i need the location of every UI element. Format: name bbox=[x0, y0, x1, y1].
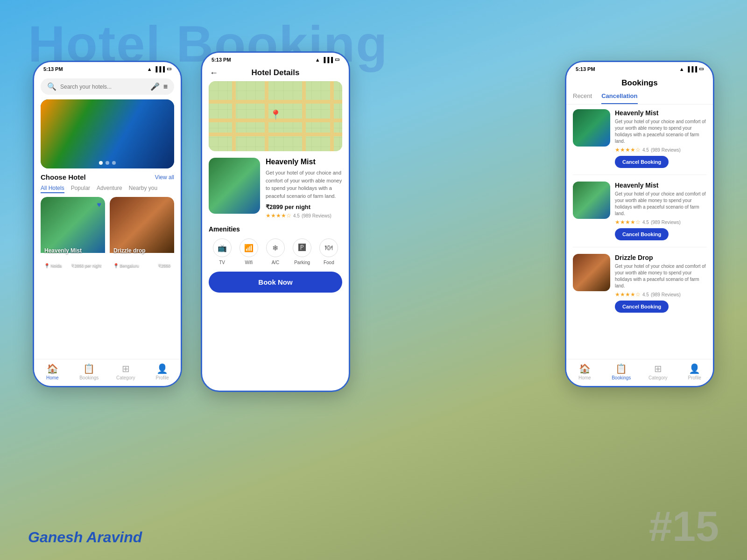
rating-value-detail: 4.5 bbox=[293, 213, 300, 218]
status-bar-detail: 5:13 PM ▲ ▐▐▐ ▭ bbox=[202, 53, 349, 64]
phone-bookings: 5:13 PM ▲ ▐▐▐ ▭ Bookings Recent Cancella… bbox=[565, 61, 714, 387]
wifi-icon-bookings: ▲ bbox=[679, 66, 684, 72]
profile-icon-b: 👤 bbox=[689, 363, 700, 374]
amenity-tv: 📺 TV bbox=[213, 238, 232, 265]
hero-banner bbox=[41, 99, 174, 168]
favorite-icon-1[interactable]: ♥ bbox=[97, 201, 102, 209]
booking-info-1: Heavenly Mist Get your hotel of your cho… bbox=[615, 109, 706, 153]
stars-2: ★★★★☆ bbox=[615, 219, 641, 225]
filter-icon[interactable]: ≡ bbox=[163, 83, 168, 91]
hotel-card-meta-2: 📍 Bengaluru ₹2550 bbox=[113, 263, 170, 268]
booking-info-3: Drizzle Drop Get your hotel of your choi… bbox=[615, 254, 706, 298]
home-icon-b: 🏠 bbox=[579, 363, 591, 374]
divider-1 bbox=[573, 175, 706, 175]
bookings-icon-b: 📋 bbox=[615, 363, 627, 374]
nav-home-label-b: Home bbox=[578, 375, 591, 380]
booking-desc-3: Get your hotel of your choice and comfor… bbox=[615, 263, 706, 289]
hotel-card-img-2 bbox=[110, 197, 174, 253]
tab-recent[interactable]: Recent bbox=[573, 92, 592, 104]
amenity-parking: 🅿 Parking bbox=[293, 238, 311, 265]
nav-category-b[interactable]: ⊞ Category bbox=[640, 363, 677, 380]
map-view[interactable]: 📍 bbox=[209, 81, 342, 151]
search-bar[interactable]: 🔍 🎤 ≡ bbox=[41, 78, 174, 95]
booking-rating-2: ★★★★☆ 4.5 (989 Reviews) bbox=[615, 219, 706, 225]
hotel-thumbnail bbox=[209, 158, 260, 214]
cancel-booking-btn-1[interactable]: Cancel Booking bbox=[615, 156, 669, 168]
section-header: Choose Hotel View all bbox=[34, 168, 181, 183]
back-button[interactable]: ← bbox=[210, 68, 218, 78]
nav-bookings[interactable]: 📋 Bookings bbox=[71, 363, 108, 380]
stars-1: ★★★★☆ bbox=[615, 147, 641, 153]
battery-icon-bookings: ▭ bbox=[699, 66, 704, 72]
status-icons-bookings: ▲ ▐▐▐ ▭ bbox=[679, 66, 704, 72]
nav-profile-label-b: Profile bbox=[688, 375, 701, 380]
hotel-card-1[interactable]: ♥ Heavenly Mist 📍 Noida ₹2850 per night bbox=[41, 197, 105, 272]
view-all-link[interactable]: View all bbox=[155, 174, 174, 181]
search-input[interactable] bbox=[60, 84, 147, 90]
nav-home[interactable]: 🏠 Home bbox=[34, 363, 71, 380]
tab-cancellation[interactable]: Cancellation bbox=[601, 92, 637, 104]
booking-name-2: Heavenly Mist bbox=[615, 182, 706, 189]
dot-1 bbox=[99, 161, 103, 165]
home-icon: 🏠 bbox=[47, 363, 58, 374]
booking-info-2: Heavenly Mist Get your hotel of your cho… bbox=[615, 182, 706, 225]
phone-detail: 5:13 PM ▲ ▐▐▐ ▭ ← Hotel Details 📍 bbox=[201, 51, 350, 392]
parking-icon: 🅿 bbox=[293, 238, 311, 257]
reviews-3: (989 Reviews) bbox=[651, 292, 681, 297]
booking-list: Heavenly Mist Get your hotel of your cho… bbox=[566, 105, 713, 357]
tab-all-hotels[interactable]: All Hotels bbox=[41, 185, 64, 193]
nav-bookings-label: Bookings bbox=[79, 375, 99, 380]
hotel-detail-price: ₹2899 per night bbox=[266, 203, 342, 210]
cancel-booking-btn-2[interactable]: Cancel Booking bbox=[615, 228, 669, 240]
booking-desc-2: Get your hotel of your choice and comfor… bbox=[615, 191, 706, 217]
rating-stars-detail: ★★★★☆ bbox=[266, 212, 291, 219]
book-now-button[interactable]: Book Now bbox=[209, 272, 342, 293]
nav-home-b[interactable]: 🏠 Home bbox=[566, 363, 603, 380]
signal-icon-bookings: ▐▐▐ bbox=[686, 66, 697, 72]
nav-profile[interactable]: 👤 Profile bbox=[144, 363, 181, 380]
divider-2 bbox=[573, 247, 706, 247]
booking-desc-1: Get your hotel of your choice and comfor… bbox=[615, 119, 706, 145]
time-home: 5:13 PM bbox=[43, 66, 63, 72]
status-bar-bookings: 5:13 PM ▲ ▐▐▐ ▭ bbox=[566, 62, 713, 74]
hotel-location-1: 📍 Noida bbox=[44, 263, 62, 268]
booking-img-3 bbox=[573, 254, 610, 291]
tab-adventure[interactable]: Adventure bbox=[97, 185, 122, 193]
hotel-card-name-1: Heavenly Mist bbox=[44, 247, 82, 254]
food-label: Food bbox=[324, 260, 334, 265]
wifi-label: Wifi bbox=[245, 260, 253, 265]
stars-3: ★★★★☆ bbox=[615, 291, 641, 298]
cancel-booking-btn-3[interactable]: Cancel Booking bbox=[615, 301, 669, 313]
wifi-icon: ▲ bbox=[147, 66, 152, 72]
hotel-detail-desc: Get your hotel of your choice and comfor… bbox=[266, 169, 342, 200]
author-credit: Ganesh Aravind bbox=[28, 529, 142, 546]
booking-img-2 bbox=[573, 182, 610, 219]
hotel-tabs: All Hotels Popular Adventure Nearby you bbox=[34, 183, 181, 197]
hotel-card-2[interactable]: Drizzle drop 📍 Bengaluru ₹2550 bbox=[110, 197, 174, 272]
hotel-detail-name: Heavenly Mist bbox=[266, 158, 342, 166]
food-icon: 🍽 bbox=[319, 238, 338, 257]
nav-bookings-b[interactable]: 📋 Bookings bbox=[603, 363, 640, 380]
nav-category[interactable]: ⊞ Category bbox=[107, 363, 144, 380]
booking-rating-3: ★★★★☆ 4.5 (989 Reviews) bbox=[615, 291, 706, 298]
hotel-card-img-1 bbox=[41, 197, 105, 253]
signal-icon-detail: ▐▐▐ bbox=[322, 57, 333, 63]
amenity-wifi: 📶 Wifi bbox=[240, 238, 258, 265]
nav-profile-b[interactable]: 👤 Profile bbox=[677, 363, 713, 380]
signal-icon: ▐▐▐ bbox=[154, 66, 165, 72]
hotel-price-1: ₹2850 per night bbox=[71, 263, 101, 268]
hotel-card-meta-1: 📍 Noida ₹2850 per night bbox=[44, 263, 101, 268]
tab-nearby[interactable]: Nearby you bbox=[129, 185, 157, 193]
booking-rating-1: ★★★★☆ 4.5 (989 Reviews) bbox=[615, 147, 706, 153]
mic-icon[interactable]: 🎤 bbox=[150, 82, 160, 91]
tv-icon: 📺 bbox=[213, 238, 232, 257]
amenity-food: 🍽 Food bbox=[319, 238, 338, 265]
tab-popular[interactable]: Popular bbox=[71, 185, 90, 193]
detail-screen: ← Hotel Details 📍 Heavenly Mist Get your… bbox=[202, 64, 349, 385]
dot-3 bbox=[112, 161, 116, 165]
ac-label: A/C bbox=[272, 260, 280, 265]
hotel-cards: ♥ Heavenly Mist 📍 Noida ₹2850 per night … bbox=[34, 197, 181, 272]
time-bookings: 5:13 PM bbox=[576, 66, 595, 72]
hotel-price-2: ₹2550 bbox=[158, 263, 170, 268]
hotel-info-text: Heavenly Mist Get your hotel of your cho… bbox=[266, 158, 342, 219]
